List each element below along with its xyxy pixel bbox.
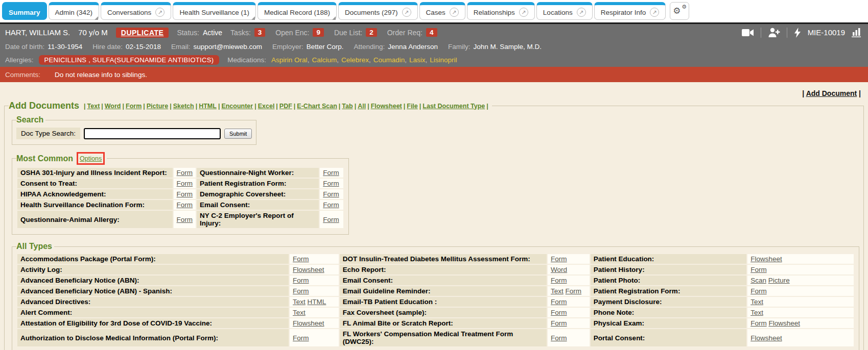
doc-type-name: Demographic Coversheet: [197,189,319,199]
counter-badge[interactable]: 2 [366,28,377,37]
doc-link-form[interactable]: Form [293,255,309,263]
doc-link-text[interactable]: Text [551,287,564,295]
tab-relationships[interactable]: Relationships↗ [467,2,535,20]
doc-link-form[interactable]: Form [750,319,767,327]
popout-icon[interactable]: ↗ [577,8,586,17]
duplicate-flag-button[interactable]: DUPLICATE [116,28,169,38]
doc-link-form[interactable]: Form [566,287,582,295]
settings-gears-button[interactable]: ⚙ ⚙ [670,2,689,20]
counter-badge[interactable]: 9 [313,28,324,37]
doc-link-form[interactable]: Form [323,216,339,223]
tab-admin-342[interactable]: Admin (342) [49,2,100,20]
type-link-all[interactable]: All [358,103,366,110]
medication-link-lasix[interactable]: Lasix [409,56,426,64]
doc-link-form[interactable]: Form [177,190,193,198]
doc-link-flowsheet[interactable]: Flowsheet [768,319,800,327]
doc-link-form[interactable]: Form [323,169,339,177]
type-link-last-document-type[interactable]: Last Document Type [423,103,485,110]
doc-link-flowsheet[interactable]: Flowsheet [750,334,782,342]
allergy-alert-badge[interactable]: PENICILLINS , SULFA(SULFONAMIDE ANTIBIOT… [39,55,220,65]
doc-link-word[interactable]: Word [551,266,567,273]
doc-link-text[interactable]: Text [293,298,306,306]
tab-medical-record-188[interactable]: Medical Record (188) [257,2,337,20]
type-link-sketch[interactable]: Sketch [173,103,194,110]
doc-link-form[interactable]: Form [293,334,309,342]
doc-link-form[interactable]: Form [323,180,339,187]
doc-type-name: Email-TB Patient Education : [340,297,547,307]
type-link-word[interactable]: Word [105,103,121,110]
counter-badge[interactable]: 3 [254,28,266,37]
type-link-form[interactable]: Form [126,103,142,110]
doc-type-search-input[interactable] [84,128,221,139]
popout-icon[interactable]: ↗ [155,8,165,17]
doc-link-form[interactable]: Form [551,334,567,342]
doc-link-html[interactable]: HTML [308,298,326,306]
divider [787,28,787,38]
doc-link-form[interactable]: Form [177,180,193,187]
submit-button[interactable]: Submit [224,129,252,139]
doc-link-form[interactable]: Form [323,190,339,198]
doc-link-form[interactable]: Form [551,255,567,263]
type-link-tab[interactable]: Tab [342,103,353,110]
popout-icon[interactable]: ↗ [450,8,459,17]
medication-link-celebrex[interactable]: Celebrex [341,56,369,64]
type-link-flowsheet[interactable]: Flowsheet [371,103,402,110]
tab-locations[interactable]: Locations↗ [536,2,593,20]
doc-link-form[interactable]: Form [551,309,567,316]
options-link[interactable]: Options [80,155,102,162]
doc-link-form[interactable]: Form [177,201,193,209]
add-person-icon[interactable] [768,28,780,37]
medication-link-calcium[interactable]: Calcium [312,56,337,64]
doc-link-scan[interactable]: Scan [750,277,766,284]
medication-link-coumadin[interactable]: Coumadin [373,56,405,64]
type-link-text[interactable]: Text [87,103,100,110]
medication-link-aspirin-oral[interactable]: Aspirin Oral [271,56,308,64]
tab-respirator-info[interactable]: Respirator Info↗ [594,2,666,20]
table-row: Advanced Beneficiary Notice (ABN):FormEm… [17,276,854,285]
type-link-e-chart-scan[interactable]: E-Chart Scan [297,103,337,110]
tab-conversations[interactable]: Conversations↗ [101,2,171,20]
comments-text: Do not release info to siblings. [55,71,147,79]
doc-link-form[interactable]: Form [177,216,193,223]
doc-link-form[interactable]: Form [551,319,567,327]
type-link-html[interactable]: HTML [199,103,217,110]
video-camera-icon[interactable] [742,29,754,37]
type-link-excel[interactable]: Excel [258,103,275,110]
medication-link-lisinopril[interactable]: Lisinopril [430,56,457,64]
doc-link-flowsheet[interactable]: Flowsheet [293,319,324,327]
type-link-picture[interactable]: Picture [147,103,168,110]
doc-link-form[interactable]: Form [177,169,193,177]
tab-cases[interactable]: Cases↗ [419,2,465,20]
tab-summary[interactable]: Summary [2,2,47,20]
doc-link-form[interactable]: Form [551,277,567,284]
bar-chart-icon[interactable] [852,28,863,37]
doc-link-form[interactable]: Form [293,287,309,295]
tab-health-surveillance-1[interactable]: Health Surveillance (1) [173,2,256,20]
field-value: John M. Sample, M.D. [473,43,542,51]
doc-link-form[interactable]: Form [750,287,767,295]
doc-link-flowsheet[interactable]: Flowsheet [293,266,324,273]
doc-link-form[interactable]: Form [293,277,309,284]
doc-link-text[interactable]: Text [750,309,763,316]
lightning-icon[interactable] [794,28,801,38]
pipe: | [194,103,199,110]
doc-link-flowsheet[interactable]: Flowsheet [750,255,782,263]
add-document-link[interactable]: Add Document [806,89,857,97]
type-link-pdf[interactable]: PDF [279,103,292,110]
popout-icon[interactable]: ↗ [402,8,411,17]
doc-link-text[interactable]: Text [293,309,306,316]
counter-badge[interactable]: 4 [426,28,437,37]
doc-link-form[interactable]: Form [750,266,767,273]
comma: , [308,56,310,64]
type-link-encounter[interactable]: Encounter [221,103,253,110]
type-link-file[interactable]: File [407,103,418,110]
popout-icon[interactable]: ↗ [519,8,528,17]
patient-name: HART, WILLIAM S. [5,28,70,37]
doc-link-text[interactable]: Text [750,298,763,306]
popout-icon[interactable]: ↗ [650,8,659,17]
all-types-section: All Types Accommodations Package (Portal… [12,242,859,350]
doc-link-form[interactable]: Form [551,298,567,306]
tab-documents-297[interactable]: Documents (297)↗ [338,2,418,20]
doc-link-form[interactable]: Form [323,201,339,209]
doc-link-picture[interactable]: Picture [768,277,790,284]
